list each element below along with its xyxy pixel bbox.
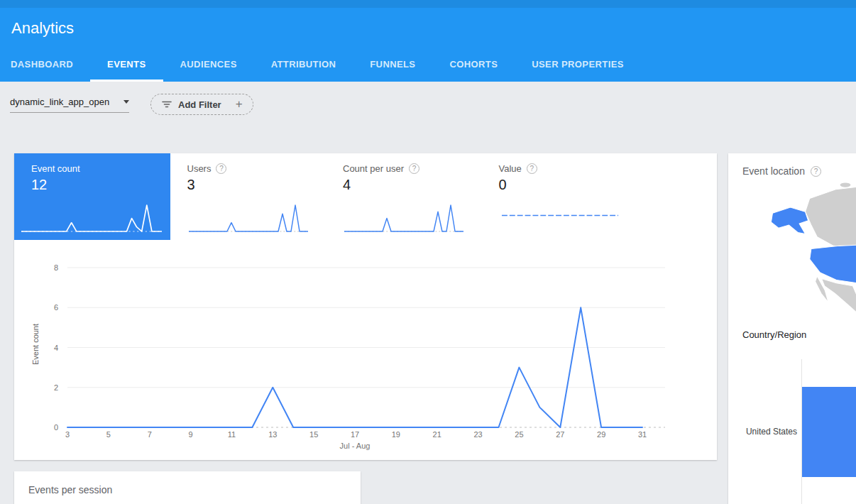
united-states-bar xyxy=(802,387,856,477)
svg-text:17: 17 xyxy=(351,430,359,439)
metric-value: 0 xyxy=(499,177,638,193)
help-icon[interactable]: ? xyxy=(811,166,821,177)
metric-value: 4 xyxy=(343,177,482,193)
event-dropdown[interactable]: dynamic_link_app_open xyxy=(10,97,129,113)
help-icon[interactable]: ? xyxy=(216,163,226,174)
nav-tabs: DASHBOARD EVENTS AUDIENCES ATTRIBUTION F… xyxy=(0,49,641,82)
svg-text:15: 15 xyxy=(309,430,318,439)
help-icon[interactable]: ? xyxy=(409,163,419,174)
svg-text:21: 21 xyxy=(433,430,441,439)
svg-text:11: 11 xyxy=(228,430,236,439)
event-location-title: Event location xyxy=(742,165,805,177)
tab-user-properties[interactable]: USER PROPERTIES xyxy=(515,49,641,82)
svg-text:6: 6 xyxy=(54,303,58,312)
metric-tabs: Event count 12 Users ? 3 Count per user … xyxy=(14,153,637,240)
svg-text:4: 4 xyxy=(54,344,58,352)
tab-cohorts[interactable]: COHORTS xyxy=(432,49,515,82)
events-per-session-card: Events per session xyxy=(14,471,361,504)
svg-text:25: 25 xyxy=(515,430,523,439)
metric-label: Event count xyxy=(31,163,80,174)
metric-label: Users xyxy=(187,163,212,174)
svg-text:7: 7 xyxy=(148,430,152,439)
svg-text:2: 2 xyxy=(54,383,58,392)
app-header: Analytics DASHBOARD EVENTS AUDIENCES ATT… xyxy=(0,0,856,82)
svg-text:31: 31 xyxy=(638,430,647,439)
tab-attribution[interactable]: ATTRIBUTION xyxy=(254,49,353,82)
add-filter-button[interactable]: Add Filter + xyxy=(150,94,253,115)
metric-tab-count-per-user[interactable]: Count per user ? 4 xyxy=(326,153,482,240)
metric-head: Users ? xyxy=(187,163,327,174)
world-map xyxy=(765,182,856,331)
svg-text:13: 13 xyxy=(268,430,277,439)
metric-value: 3 xyxy=(187,177,327,193)
metric-label: Value xyxy=(499,163,522,174)
add-filter-label: Add Filter xyxy=(178,99,221,110)
svg-text:5: 5 xyxy=(106,430,111,439)
metric-head: Value ? xyxy=(499,163,638,174)
tab-funnels[interactable]: FUNNELS xyxy=(353,49,432,82)
svg-text:3: 3 xyxy=(65,430,70,439)
tab-events[interactable]: EVENTS xyxy=(90,49,163,82)
events-overview-card: Event count 12 Users ? 3 Count per user … xyxy=(14,153,717,460)
metric-tab-users[interactable]: Users ? 3 xyxy=(170,153,327,240)
metric-tab-event-count[interactable]: Event count 12 xyxy=(14,153,170,240)
dimension-label: Country/Region xyxy=(742,329,806,340)
plus-icon: + xyxy=(236,97,243,111)
svg-text:29: 29 xyxy=(597,430,605,439)
card-title: Event location ? xyxy=(742,165,821,177)
metric-head: Count per user ? xyxy=(343,163,482,174)
main-line-chart: 0246835791113151719212325272931Jul - Aug xyxy=(14,257,696,456)
metric-head: Event count xyxy=(31,163,170,174)
metric-sparkline xyxy=(21,199,162,235)
event-dropdown-value: dynamic_link_app_open xyxy=(10,97,109,107)
metric-value: 12 xyxy=(31,177,170,193)
svg-text:Jul - Aug: Jul - Aug xyxy=(340,442,371,450)
svg-text:23: 23 xyxy=(473,430,482,439)
map-island xyxy=(840,182,851,187)
metric-sparkline xyxy=(500,199,620,235)
svg-text:27: 27 xyxy=(556,430,564,439)
help-icon[interactable]: ? xyxy=(527,163,537,174)
metric-sparkline xyxy=(189,199,308,235)
card-title: Events per session xyxy=(28,484,112,495)
filter-icon xyxy=(161,99,172,110)
svg-text:0: 0 xyxy=(54,423,58,432)
svg-text:8: 8 xyxy=(54,263,58,272)
map-alaska xyxy=(771,207,808,234)
metric-sparkline xyxy=(344,199,463,235)
chevron-down-icon xyxy=(124,100,129,104)
svg-text:19: 19 xyxy=(392,430,400,439)
analytics-screen: Analytics DASHBOARD EVENTS AUDIENCES ATT… xyxy=(0,0,856,504)
event-location-card: Event location ? Country/Region United S… xyxy=(728,153,856,504)
page-title: Analytics xyxy=(11,19,74,38)
metric-label: Count per user xyxy=(343,163,404,174)
tab-dashboard[interactable]: DASHBOARD xyxy=(0,49,90,82)
header-top-strip xyxy=(0,0,856,8)
tab-audiences[interactable]: AUDIENCES xyxy=(163,49,254,82)
country-label: United States xyxy=(728,427,797,437)
map-canada xyxy=(805,187,856,248)
metric-tab-value[interactable]: Value ? 0 xyxy=(482,153,638,240)
svg-text:9: 9 xyxy=(189,430,193,439)
